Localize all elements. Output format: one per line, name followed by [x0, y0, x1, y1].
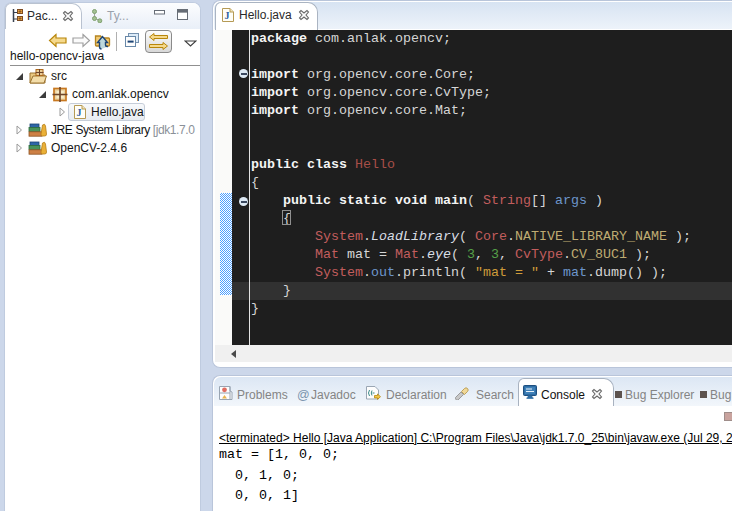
svg-text:J: J — [225, 10, 230, 21]
svg-text:J: J — [77, 107, 82, 118]
